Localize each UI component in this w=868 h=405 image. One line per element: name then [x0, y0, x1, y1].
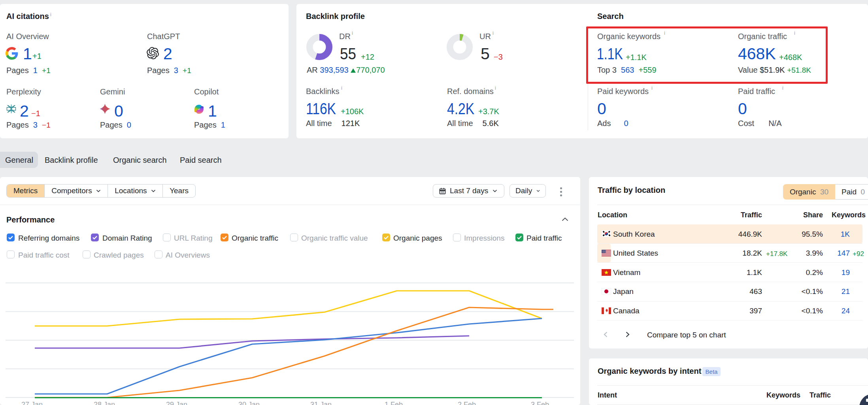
svg-text:3 Feb: 3 Feb — [531, 401, 549, 405]
svg-text:27 Jan: 27 Jan — [21, 401, 43, 405]
svg-text:30 Jan: 30 Jan — [238, 401, 260, 405]
svg-text:2 Feb: 2 Feb — [458, 401, 476, 405]
svg-text:29 Jan: 29 Jan — [166, 401, 187, 405]
svg-text:31 Jan: 31 Jan — [310, 401, 332, 405]
svg-text:28 Jan: 28 Jan — [94, 401, 115, 405]
svg-text:1 Feb: 1 Feb — [385, 401, 403, 405]
